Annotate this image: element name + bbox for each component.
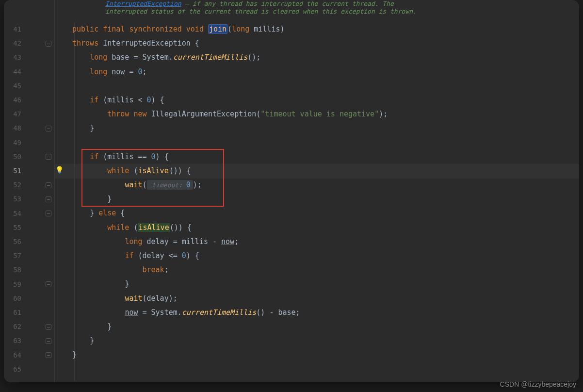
code-line: if (millis < 0) { (72, 93, 579, 107)
code-line: } (72, 121, 579, 135)
fold-toggle-icon[interactable] (46, 324, 51, 330)
fold-toggle-icon[interactable] (46, 352, 51, 358)
line-number: 55 (4, 221, 24, 235)
line-number: 51 (4, 164, 24, 178)
line-number: 53 (4, 192, 24, 206)
line-number: 42 (4, 36, 24, 50)
line-number: 62 (4, 320, 24, 334)
code-line: wait( timeout: 0); (72, 178, 579, 192)
line-number: 52 (4, 178, 24, 192)
gutter: 4142434445464748495051525354555657585960… (4, 0, 55, 382)
line-number: 64 (4, 348, 24, 362)
code-line: } (72, 277, 579, 291)
code-line: long delay = millis - now; (72, 235, 579, 249)
code-line: now = System.currentTimeMillis() - base; (72, 306, 579, 320)
code-line: } (72, 320, 579, 334)
code-line: break; (72, 263, 579, 277)
fold-gutter-cell[interactable] (44, 121, 53, 135)
line-number: 50 (4, 150, 24, 164)
line-number: 58 (4, 263, 24, 277)
fold-gutter-cell[interactable] (44, 50, 53, 65)
fold-gutter-cell[interactable] (44, 278, 53, 292)
fold-gutter-cell[interactable] (44, 292, 53, 306)
line-number: 47 (4, 107, 24, 121)
line-number: 56 (4, 235, 24, 249)
fold-gutter-cell[interactable] (44, 221, 53, 235)
code-line: } (72, 192, 579, 206)
fold-gutter-cell[interactable] (44, 207, 53, 221)
code-line: } (72, 348, 579, 362)
code-line: public final synchronized void join(long… (72, 22, 579, 36)
fold-gutter-cell[interactable] (44, 362, 53, 376)
fold-toggle-icon[interactable] (46, 126, 51, 131)
fold-toggle-icon[interactable] (46, 154, 51, 160)
editor-frame: 4142434445464748495051525354555657585960… (4, 0, 579, 382)
code-line (72, 79, 579, 93)
code-line: long base = System.currentTimeMillis(); (72, 50, 579, 65)
line-number: 46 (4, 93, 24, 107)
fold-gutter-cell[interactable] (44, 334, 53, 348)
code-line: if (millis == 0) { (72, 150, 579, 164)
line-number: 49 (4, 136, 24, 150)
fold-gutter-cell[interactable] (44, 192, 53, 206)
fold-gutter-cell[interactable] (44, 79, 53, 93)
fold-toggle-icon[interactable] (46, 41, 51, 47)
line-number: 59 (4, 278, 24, 292)
fold-gutter-cell[interactable] (44, 150, 53, 164)
fold-gutter-cell[interactable] (44, 22, 53, 36)
code-line: throw new IllegalArgumentException("time… (72, 107, 579, 121)
line-number: 48 (4, 121, 24, 135)
fold-gutter-cell[interactable] (44, 65, 53, 79)
code-area[interactable]: public final synchronized void join(long… (55, 0, 579, 382)
code-line: long now = 0; (72, 65, 579, 79)
fold-gutter-cell[interactable] (44, 93, 53, 107)
fold-gutter-cell[interactable] (44, 306, 53, 320)
code-line: throws InterruptedException { (72, 36, 579, 50)
code-line: wait(delay); (72, 292, 579, 306)
fold-toggle-icon[interactable] (46, 182, 51, 188)
fold-gutter-cell[interactable] (44, 178, 53, 192)
fold-toggle-icon[interactable] (46, 196, 51, 202)
code-line: } (72, 334, 579, 348)
code-line: while (isAlive()) { (72, 221, 579, 235)
fold-gutter-cell[interactable] (44, 235, 53, 249)
fold-gutter-cell[interactable] (44, 263, 53, 277)
line-number: 54 (4, 207, 24, 221)
fold-gutter-cell[interactable] (44, 36, 53, 50)
fold-toggle-icon[interactable] (46, 211, 51, 216)
code-line: if (delay <= 0) { (72, 249, 579, 263)
line-number: 60 (4, 292, 24, 306)
watermark: CSDN @tizzybepeacejoy (500, 380, 576, 388)
code-line (72, 136, 579, 150)
fold-gutter-cell[interactable] (44, 348, 53, 362)
line-number: 41 (4, 22, 24, 36)
line-number: 63 (4, 334, 24, 348)
fold-toggle-icon[interactable] (46, 338, 51, 344)
code-line: } else { (72, 206, 579, 220)
fold-gutter-cell[interactable] (44, 164, 53, 178)
line-number: 45 (4, 79, 24, 93)
fold-toggle-icon[interactable] (46, 281, 51, 287)
code-line: while (isAlive()) { (72, 164, 579, 178)
fold-gutter-cell[interactable] (44, 136, 53, 150)
line-number: 57 (4, 249, 24, 263)
line-number: 65 (4, 362, 24, 376)
line-number: 43 (4, 50, 24, 65)
code-line (72, 362, 579, 376)
line-number: 44 (4, 65, 24, 79)
fold-gutter-cell[interactable] (44, 107, 53, 121)
fold-gutter-cell[interactable] (44, 320, 53, 334)
line-number: 61 (4, 306, 24, 320)
fold-gutter-cell[interactable] (44, 249, 53, 263)
